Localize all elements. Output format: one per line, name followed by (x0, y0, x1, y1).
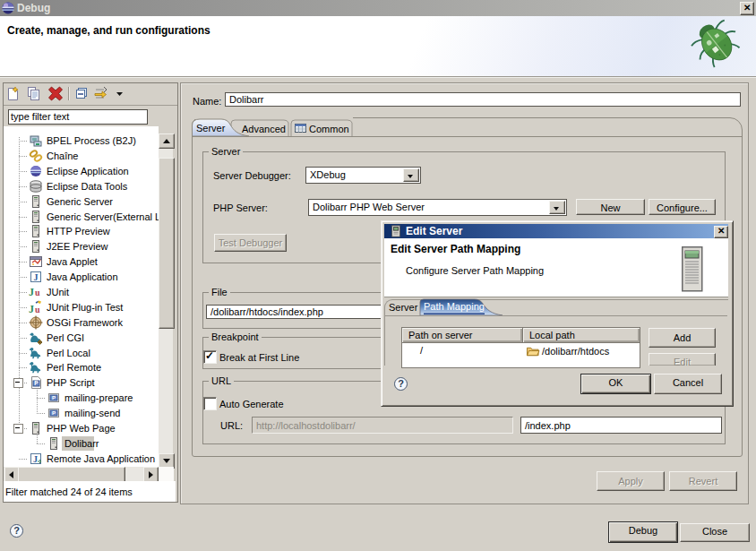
svg-text:Path Mapping: Path Mapping (424, 301, 485, 312)
